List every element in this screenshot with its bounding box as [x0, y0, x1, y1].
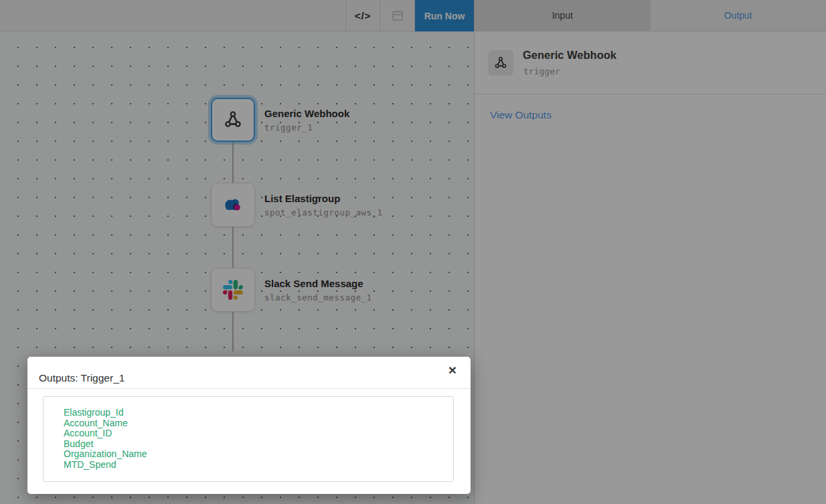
output-item: Organization_Name [64, 449, 453, 460]
modal-title: Outputs: Trigger_1 [39, 372, 125, 384]
output-item: Elastigroup_Id [64, 408, 453, 418]
output-item: Budget [64, 439, 453, 450]
output-item: Account_ID [64, 428, 453, 439]
output-item: MTD_Spend [64, 460, 453, 471]
outputs-modal: Outputs: Trigger_1 × Elastigroup_Id Acco… [27, 357, 471, 494]
modal-header: Outputs: Trigger_1 × [27, 357, 471, 389]
outputs-list-box: Elastigroup_Id Account_Name Account_ID B… [43, 396, 454, 482]
close-icon[interactable]: × [448, 361, 457, 380]
output-item: Account_Name [64, 418, 453, 429]
